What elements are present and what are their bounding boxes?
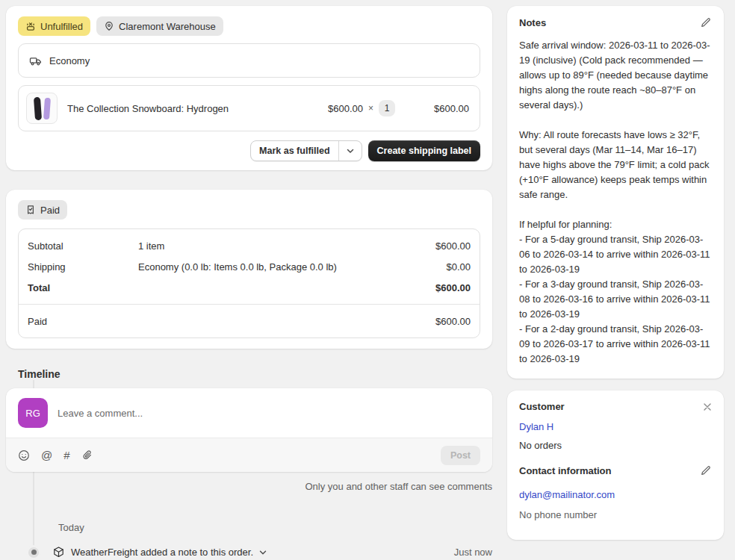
paid-status-badge: Paid — [18, 200, 67, 220]
mark-as-fulfilled-chevron-down-icon[interactable] — [339, 141, 362, 161]
mention-icon[interactable]: @ — [41, 449, 52, 461]
totals-rows: Subtotal 1 item $600.00 Shipping Economy… — [19, 229, 480, 304]
total-row: Total $600.00 — [19, 277, 480, 298]
notes-edit-pencil-icon[interactable] — [700, 16, 712, 28]
fulfillment-card: Unfulfilled Claremont Warehouse — [6, 6, 492, 170]
mark-as-fulfilled-button[interactable]: Mark as fulfilled — [250, 140, 362, 161]
event-chevron-down-icon[interactable] — [259, 549, 267, 556]
avatar: RG — [18, 398, 48, 428]
contact-information-title: Contact information — [519, 465, 612, 476]
comment-toolbar: @ # Post — [6, 438, 492, 472]
total-label: Total — [28, 282, 138, 293]
location-pin-icon — [104, 21, 114, 31]
paid-row: Paid $600.00 — [19, 305, 480, 337]
paid-status-label: Paid — [40, 205, 60, 216]
shipping-detail: Economy (0.0 lb: Items 0.0 lb, Package 0… — [138, 261, 446, 273]
contact-edit-pencil-icon[interactable] — [700, 464, 712, 476]
receipt-paid-icon — [25, 205, 36, 215]
timeline-event-row: WeatherFreight added a note to this orde… — [6, 546, 492, 559]
customer-card: Customer Dylan H No orders Contact infor… — [507, 391, 724, 540]
order-totals-box: Subtotal 1 item $600.00 Shipping Economy… — [18, 228, 480, 338]
package-cube-icon — [52, 546, 65, 559]
location-badge: Claremont Warehouse — [96, 16, 223, 36]
subtotal-detail: 1 item — [138, 240, 435, 252]
total-amount: $600.00 — [435, 282, 471, 293]
timeline-event-time: Just now — [454, 547, 492, 558]
location-badge-label: Claremont Warehouse — [119, 21, 216, 32]
customer-name-row: Dylan H — [519, 421, 712, 432]
shipping-label: Shipping — [28, 261, 138, 273]
timeline-event-dot — [26, 545, 41, 560]
timeline-event-text: WeatherFreight added a note to this orde… — [71, 547, 253, 558]
customer-phone: No phone number — [519, 509, 712, 520]
shipping-method-label: Economy — [49, 55, 90, 66]
customer-name-link[interactable]: Dylan H — [519, 421, 553, 432]
line-item-total: $600.00 — [405, 103, 469, 114]
mark-as-fulfilled-label[interactable]: Mark as fulfilled — [251, 141, 338, 161]
shipping-amount: $0.00 — [446, 261, 471, 273]
fulfillment-actions-row: Mark as fulfilled Create shipping label — [18, 140, 480, 161]
unit-price-group: $600.00 × 1 — [328, 100, 395, 116]
main-column: Unfulfilled Claremont Warehouse — [6, 6, 492, 559]
customer-title: Customer — [519, 401, 565, 412]
customer-header: Customer — [519, 401, 712, 412]
unfulfilled-status-label: Unfulfilled — [40, 21, 83, 32]
hashtag-icon[interactable]: # — [63, 449, 69, 461]
shipping-method-row: Economy — [18, 43, 480, 78]
comment-visibility-note: Only you and other staff can see comment… — [6, 481, 492, 492]
attachment-paperclip-icon[interactable] — [81, 449, 93, 461]
paid-row-label: Paid — [28, 316, 138, 327]
comment-input[interactable] — [58, 408, 480, 419]
unfulfilled-status-badge: Unfulfilled — [18, 16, 90, 36]
product-thumbnail[interactable] — [26, 93, 58, 124]
customer-email-row: dylan@mailinator.com — [519, 489, 712, 500]
comment-input-row: RG — [6, 388, 492, 438]
timeline-section: Timeline RG @ # — [6, 368, 492, 559]
snowboard-purple-graphic — [43, 98, 51, 119]
customer-email-link[interactable]: dylan@mailinator.com — [519, 489, 615, 500]
snowboard-dark-graphic — [34, 97, 42, 121]
subtotal-row: Subtotal 1 item $600.00 — [19, 235, 480, 256]
create-shipping-label-button[interactable]: Create shipping label — [368, 140, 480, 161]
customer-orders-summary: No orders — [519, 440, 712, 451]
line-item-row: The Collection Snowboard: Hydrogen $600.… — [18, 85, 480, 131]
multiply-glyph: × — [368, 103, 373, 113]
timeline-today-label: Today — [6, 522, 492, 533]
side-column: Notes Safe arrival window: 2026-03-11 to… — [507, 6, 724, 552]
product-title-link[interactable]: The Collection Snowboard: Hydrogen — [67, 103, 318, 114]
post-button[interactable]: Post — [441, 446, 480, 465]
unit-price: $600.00 — [328, 103, 363, 114]
comment-composer-card: RG @ # P — [6, 388, 492, 472]
emoji-icon[interactable] — [18, 449, 30, 461]
notes-body-text: Safe arrival window: 2026-03-11 to 2026-… — [519, 38, 712, 367]
shipping-row: Shipping Economy (0.0 lb: Items 0.0 lb, … — [19, 256, 480, 277]
delivery-truck-icon — [29, 55, 42, 67]
subtotal-amount: $600.00 — [435, 240, 471, 252]
customer-close-icon[interactable] — [703, 402, 712, 411]
notes-header: Notes — [519, 16, 712, 28]
notes-card: Notes Safe arrival window: 2026-03-11 to… — [507, 6, 724, 379]
quantity-pill: 1 — [379, 100, 395, 116]
unfulfilled-icon — [25, 21, 36, 31]
timeline-heading: Timeline — [6, 368, 492, 380]
contact-information-header: Contact information — [519, 464, 712, 476]
fulfillment-badges-row: Unfulfilled Claremont Warehouse — [18, 16, 480, 36]
subtotal-label: Subtotal — [28, 240, 138, 252]
paid-row-amount: $600.00 — [435, 316, 471, 327]
notes-title: Notes — [519, 17, 546, 28]
payment-card: Paid Subtotal 1 item $600.00 Shipping Ec… — [6, 190, 492, 349]
